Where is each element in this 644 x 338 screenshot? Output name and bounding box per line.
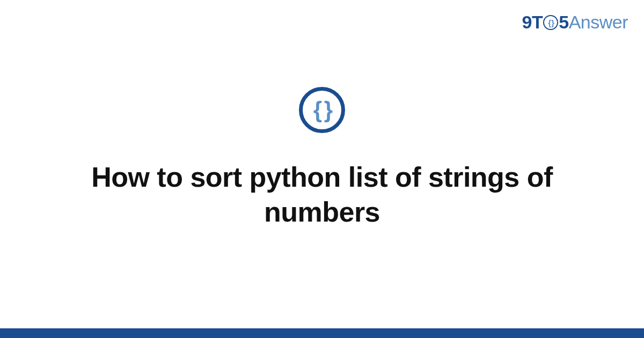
category-icon: { } bbox=[299, 87, 345, 133]
code-braces-icon: { } bbox=[313, 97, 331, 123]
main-content: { } How to sort python list of strings o… bbox=[0, 0, 644, 338]
page-title: How to sort python list of strings of nu… bbox=[43, 160, 601, 230]
bottom-accent-bar bbox=[0, 328, 644, 338]
